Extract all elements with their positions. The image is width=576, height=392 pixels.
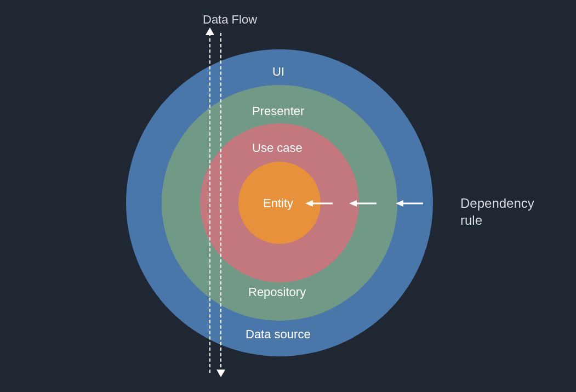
svg-marker-3 (349, 200, 357, 207)
label-usecase: Use case (252, 141, 303, 155)
dependency-rule-label: Dependency rule (460, 195, 534, 229)
dependency-arrow-icon (305, 198, 327, 209)
dependency-arrow-icon (349, 198, 371, 209)
arrow-up-icon (206, 27, 214, 36)
arrow-down-icon (216, 368, 225, 377)
svg-marker-5 (396, 200, 403, 207)
architecture-diagram: UI Presenter Use case Entity Repository … (0, 0, 576, 392)
label-datasource: Data source (246, 327, 311, 342)
svg-marker-6 (206, 27, 214, 35)
svg-marker-1 (305, 200, 313, 207)
data-flow-line-up (209, 33, 210, 373)
data-flow-line-down (220, 33, 221, 373)
data-flow-title: Data Flow (203, 12, 257, 28)
label-ui: UI (272, 65, 284, 79)
dependency-arrow-icon (396, 198, 418, 209)
label-repository: Repository (248, 285, 306, 299)
label-presenter: Presenter (252, 104, 304, 118)
label-entity: Entity (263, 196, 293, 211)
svg-marker-7 (216, 370, 225, 377)
